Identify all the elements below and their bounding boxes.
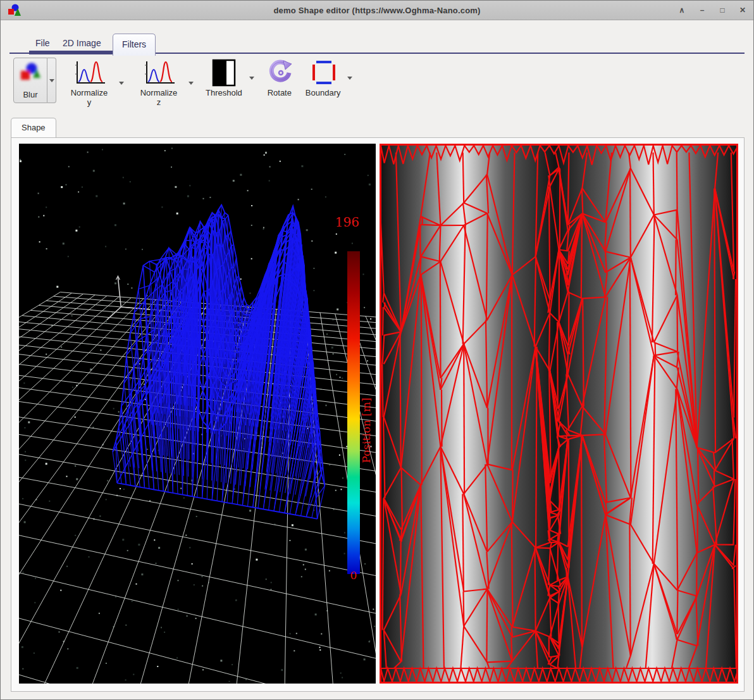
minimize-window-icon[interactable]: –: [696, 4, 708, 16]
normalize-z-button[interactable]: Normalize z: [133, 58, 184, 109]
rotate-icon: [266, 59, 293, 87]
rotate-button[interactable]: Rotate: [264, 58, 295, 99]
threshold-icon: [211, 59, 237, 87]
boundary-icon: [311, 59, 336, 87]
tab-filters[interactable]: Filters: [113, 34, 156, 56]
threshold-label: Threshold: [206, 89, 242, 98]
histogram-peaks-icon: [140, 59, 177, 87]
rotate-label: Rotate: [268, 89, 292, 98]
chevron-down-icon: [49, 79, 54, 82]
histogram-peaks-icon: [71, 59, 108, 87]
tabstrip-underline-segment: [29, 51, 113, 54]
blur-dropdown-button[interactable]: [47, 58, 56, 103]
toolbar-tool-threshold: Threshold: [203, 58, 256, 99]
blur-label: Blur: [23, 91, 37, 100]
toolbar-button-blur[interactable]: Blur: [13, 58, 56, 103]
tab-file[interactable]: File: [29, 35, 56, 51]
close-window-icon[interactable]: ✕: [737, 4, 748, 16]
shade-window-icon[interactable]: ∧: [676, 4, 688, 16]
normalize-y-dropdown-button[interactable]: [117, 70, 126, 96]
window-titlebar[interactable]: demo Shape editor (https://www.Oghma-Nan…: [1, 1, 753, 20]
toolbar-tool-rotate: Rotate: [264, 58, 295, 99]
toolbar-tool-normalize-y: Normalize y: [64, 58, 126, 109]
toolbar-tool-normalize-z: Normalize z: [133, 58, 195, 109]
window-title: demo Shape editor (https://www.Oghma-Nan…: [1, 6, 753, 15]
threshold-dropdown-button[interactable]: [247, 66, 256, 91]
normalize-z-label: Normalize z: [136, 89, 182, 108]
app-icon: [7, 3, 22, 17]
chevron-down-icon: [249, 77, 254, 80]
colorbar-min-label: 0: [344, 569, 363, 582]
blur-button[interactable]: Blur: [13, 58, 47, 103]
boundary-dropdown-button[interactable]: [345, 66, 354, 91]
colorbar-max-label: 196: [304, 215, 359, 230]
boundary-label: Boundary: [306, 89, 341, 98]
maximize-window-icon[interactable]: □: [717, 4, 728, 16]
2d-mesh-canvas[interactable]: [380, 144, 738, 684]
chevron-down-icon: [119, 82, 124, 85]
tab-shape[interactable]: Shape: [11, 118, 56, 137]
window-controls: ∧ – □ ✕: [676, 1, 748, 20]
normalize-y-button[interactable]: Normalize y: [64, 58, 114, 109]
colorbar: [347, 251, 360, 574]
view-tabstrip: Shape: [11, 118, 56, 137]
chevron-down-icon: [188, 82, 194, 85]
normalize-y-label: Normalize y: [66, 89, 112, 108]
blur-shapes-icon: [16, 61, 44, 89]
chevron-down-icon: [347, 77, 352, 80]
menu-tabstrip: File 2D Image Filters: [1, 31, 753, 54]
colorbar-axis-label: Position [m]: [360, 383, 373, 478]
3d-preview-canvas[interactable]: 196 0 Position [m]: [19, 144, 376, 684]
filters-toolbar: Blur Normalize y: [1, 58, 753, 113]
app-window: demo Shape editor (https://www.Oghma-Nan…: [0, 0, 754, 700]
boundary-button[interactable]: Boundary: [303, 58, 343, 99]
shape-content-panel: 196 0 Position [m]: [11, 137, 745, 692]
normalize-z-dropdown-button[interactable]: [187, 70, 195, 96]
toolbar-tool-boundary: Boundary: [303, 58, 355, 99]
threshold-button[interactable]: Threshold: [203, 58, 245, 99]
tab-2d-image[interactable]: 2D Image: [56, 35, 108, 51]
